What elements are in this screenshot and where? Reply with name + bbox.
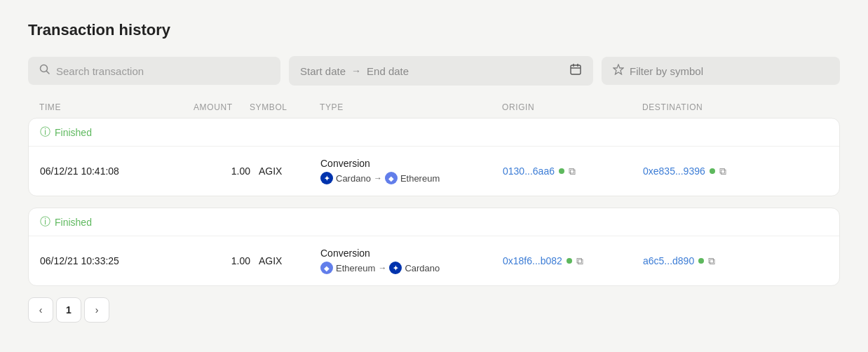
tx-amount-2: 1.00: [194, 255, 250, 266]
prev-page-button[interactable]: ‹: [28, 297, 53, 323]
eth-icon-2: ◆: [320, 262, 333, 274]
date-range-picker[interactable]: Start date → End date: [289, 56, 593, 86]
tx-symbol-1: AGIX: [250, 165, 320, 177]
star-icon: [613, 64, 624, 78]
status-bar-2: ⓘ Finished: [29, 208, 839, 236]
start-date-label: Start date: [300, 65, 346, 77]
table-header: TIME AMOUNT SYMBOL TYPE ORIGIN DESTINATI…: [28, 102, 840, 118]
cardano-icon-2: ✦: [389, 262, 402, 274]
origin-address-2: 0x18f6...b082: [503, 255, 562, 266]
page-title: Transaction history: [28, 21, 840, 39]
chain-arrow-2: →: [378, 263, 386, 273]
next-page-button[interactable]: ›: [84, 297, 109, 323]
copy-dest-button-2[interactable]: ⧉: [708, 255, 715, 267]
from-chain-1: Cardano: [336, 173, 371, 184]
tx-chain-2: ◆ Ethereum → ✦ Cardano: [320, 262, 503, 274]
pagination: ‹ 1 ›: [28, 297, 840, 323]
chain-arrow-1: →: [374, 173, 382, 183]
status-label-1: Finished: [55, 127, 92, 138]
transaction-group-1: ⓘ Finished 06/12/21 10:41:08 1.00 AGIX C…: [28, 118, 840, 196]
tx-symbol-2: AGIX: [250, 255, 320, 266]
end-date-label: End date: [367, 65, 409, 77]
origin-status-dot-2: [567, 258, 572, 264]
page-1-button[interactable]: 1: [56, 297, 81, 323]
tx-origin-1: 0130...6aa6 ⧉: [503, 165, 643, 177]
copy-origin-button-1[interactable]: ⧉: [569, 165, 576, 177]
copy-origin-button-2[interactable]: ⧉: [576, 255, 583, 267]
to-chain-2: Cardano: [405, 263, 440, 273]
filter-label-text: Filter by symbol: [630, 65, 703, 77]
header-destination: DESTINATION: [642, 102, 782, 112]
tx-amount-1: 1.00: [194, 165, 250, 177]
tx-dest-1: 0xe835...9396 ⧉: [643, 165, 783, 177]
tx-time-2: 06/12/21 10:33:25: [40, 255, 194, 266]
copy-dest-button-1[interactable]: ⧉: [719, 165, 726, 177]
calendar-icon: [569, 63, 582, 79]
dest-address-2: a6c5...d890: [643, 255, 694, 266]
toolbar: Search transaction Start date → End date…: [28, 56, 840, 86]
cardano-icon-1: ✦: [320, 172, 333, 184]
header-time: TIME: [39, 102, 194, 112]
finished-icon-2: ⓘ: [40, 215, 50, 229]
origin-address-1: 0130...6aa6: [503, 165, 555, 177]
header-type: TYPE: [320, 102, 502, 112]
svg-marker-6: [613, 65, 623, 74]
search-input[interactable]: Search transaction: [28, 57, 280, 85]
tx-type-2: Conversion ◆ Ethereum → ✦ Cardano: [320, 248, 503, 274]
svg-line-1: [47, 72, 50, 74]
tx-origin-2: 0x18f6...b082 ⧉: [503, 255, 643, 267]
tx-type-label-1: Conversion: [320, 158, 503, 169]
from-chain-2: Ethereum: [336, 263, 375, 273]
dest-status-dot-2: [698, 258, 704, 264]
svg-rect-2: [571, 65, 581, 74]
tx-dest-2: a6c5...d890 ⧉: [643, 255, 783, 267]
tx-time-1: 06/12/21 10:41:08: [40, 165, 194, 177]
status-bar-1: ⓘ Finished: [29, 119, 839, 147]
table-row: 06/12/21 10:33:25 1.00 AGIX Conversion ◆…: [29, 236, 839, 285]
to-chain-1: Ethereum: [400, 173, 440, 184]
dest-address-1: 0xe835...9396: [643, 165, 705, 177]
eth-icon-1: ◆: [385, 172, 398, 184]
origin-status-dot-1: [559, 168, 564, 174]
tx-type-label-2: Conversion: [320, 248, 503, 259]
header-symbol: SYMBOL: [250, 102, 320, 112]
arrow-icon: →: [351, 65, 361, 76]
finished-icon-1: ⓘ: [40, 126, 50, 139]
search-placeholder-text: Search transaction: [56, 65, 144, 77]
dest-status-dot-1: [710, 168, 715, 174]
search-icon: [39, 64, 50, 78]
status-label-2: Finished: [55, 217, 92, 228]
tx-chain-1: ✦ Cardano → ◆ Ethereum: [320, 172, 503, 184]
table-row: 06/12/21 10:41:08 1.00 AGIX Conversion ✦…: [29, 147, 839, 196]
tx-type-1: Conversion ✦ Cardano → ◆ Ethereum: [320, 158, 503, 184]
filter-by-symbol[interactable]: Filter by symbol: [602, 57, 840, 85]
header-amount: AMOUNT: [194, 102, 250, 112]
transaction-group-2: ⓘ Finished 06/12/21 10:33:25 1.00 AGIX C…: [28, 208, 840, 286]
header-origin: ORIGIN: [502, 102, 642, 112]
